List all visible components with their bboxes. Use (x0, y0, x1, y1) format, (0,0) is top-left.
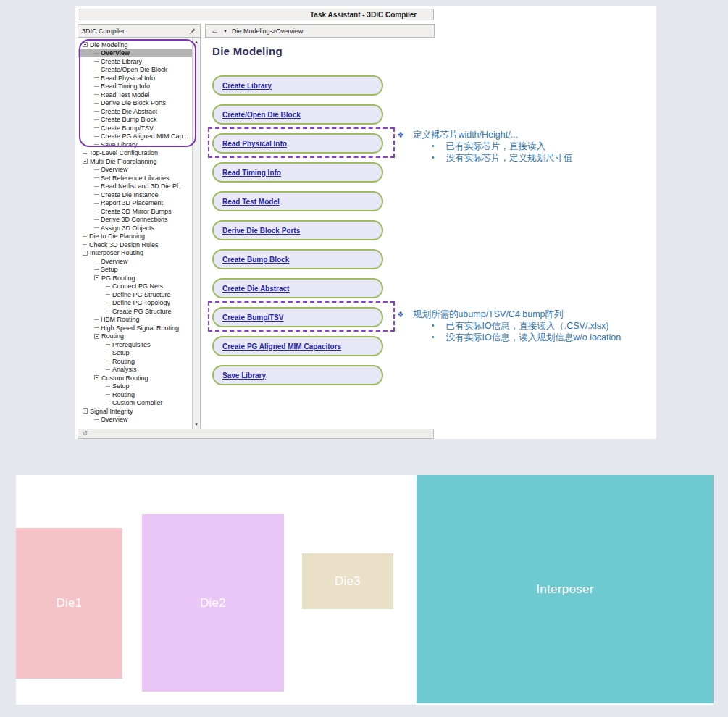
tree-item-define-pg-structure[interactable]: Define PG Structure (78, 290, 192, 299)
tree-item-create-bump-block[interactable]: Create Bump Block (78, 116, 192, 125)
tree-item-create-pg-structure[interactable]: Create PG Structure (78, 307, 192, 316)
tree-item-routing[interactable]: Routing (78, 390, 192, 399)
tree-item-label: Overview (101, 166, 128, 173)
tree-item-label: Check 3D Design Rules (89, 241, 159, 248)
task-button-create-library[interactable]: Create Library (212, 75, 383, 96)
tree-item-overview[interactable]: Overview (78, 257, 192, 266)
tree-item-define-pg-topology[interactable]: Define PG Topology (78, 299, 192, 308)
tree-item-analysis[interactable]: Analysis (78, 366, 192, 374)
tree-item-create-pg-aligned-mim-cap[interactable]: Create PG Aligned MIM Cap... (78, 133, 192, 141)
tree-item-multi-die-floorplanning[interactable]: Multi-Die Floorplanning (78, 157, 192, 166)
expand-collapse-icon[interactable] (83, 42, 88, 47)
tree-item-pg-routing[interactable]: PG Routing (78, 274, 192, 282)
tree-connector (94, 203, 99, 204)
tree-item-overview[interactable]: Overview (78, 49, 192, 58)
tree-item-high-speed-signal-routing[interactable]: High Speed Signal Routing (78, 324, 192, 332)
tree-item-label: Create Bump Block (101, 116, 157, 123)
tree-item-custom-compiler[interactable]: Custom Compiler (78, 399, 192, 408)
tree-item-read-timing-info[interactable]: Read Timing Info (78, 83, 192, 91)
tree-connector (83, 236, 87, 237)
tree-item-label: Custom Compiler (112, 399, 163, 406)
tree-item-create-3d-mirror-bumps[interactable]: Create 3D Mirror Bumps (78, 207, 192, 216)
scroll-down-icon[interactable]: ▼ (193, 422, 200, 427)
tree-item-assign-3d-objects[interactable]: Assign 3D Objects (78, 224, 192, 232)
tree-item-create-bump-tsv[interactable]: Create Bump/TSV (78, 124, 192, 133)
tree-item-create-open-die-block[interactable]: Create/Open Die Block (78, 66, 192, 75)
tree-item-create-die-abstract[interactable]: Create Die Abstract (78, 107, 192, 116)
tree-item-signal-integrity[interactable]: Signal Integrity (78, 407, 192, 416)
tree-item-routing[interactable]: Routing (78, 332, 192, 341)
task-button-create-bump-block[interactable]: Create Bump Block (212, 249, 383, 269)
tree-item-read-test-model[interactable]: Read Test Model (78, 91, 192, 99)
breadcrumb: ← ▼ Die Modeling->Overview (205, 24, 435, 38)
expand-collapse-icon[interactable] (94, 334, 99, 339)
tree-item-label: Analysis (112, 366, 137, 373)
tree-item-setup[interactable]: Setup (78, 349, 192, 358)
tree-item-hbm-routing[interactable]: HBM Routing (78, 316, 192, 324)
task-button-create-bump-tsv[interactable]: Create Bump/TSV (212, 307, 383, 327)
tree-connector (94, 261, 99, 261)
task-button-create-open-die-block[interactable]: Create/Open Die Block (212, 104, 383, 125)
task-button-column: Create LibraryCreate/Open Die BlockRead … (212, 75, 383, 394)
tree-item-label: Read Physical Info (101, 75, 155, 82)
tree-connector (94, 86, 99, 87)
tree-item-interposer-routing[interactable]: Interposer Routing (78, 249, 192, 258)
tree-item-setup[interactable]: Setup (78, 266, 192, 274)
tree-item-read-netlist-and-3d-die-pl[interactable]: Read Netlist and 3D Die Pl... (78, 183, 192, 191)
tree-item-overview[interactable]: Overview (78, 416, 192, 424)
tree-item-top-level-configuration[interactable]: Top-Level Configuration (78, 149, 192, 158)
tree-connector (94, 219, 99, 220)
tree-item-report-3d-placement[interactable]: Report 3D Placement (78, 199, 192, 208)
expand-collapse-icon[interactable] (94, 375, 99, 380)
expand-collapse-icon[interactable] (83, 159, 88, 164)
tree-item-label: PG Routing (101, 274, 135, 282)
tree-item-derive-3d-connections[interactable]: Derive 3D Connections (78, 216, 192, 225)
tree-item-routing[interactable]: Routing (78, 357, 192, 366)
task-button-derive-die-block-ports[interactable]: Derive Die Block Ports (212, 220, 383, 240)
tree-item-label: Setup (101, 266, 118, 273)
task-button-create-die-abstract[interactable]: Create Die Abstract (212, 278, 383, 298)
chevron-down-icon[interactable]: ▼ (223, 29, 227, 33)
tree-item-prerequisites[interactable]: Prerequisites (78, 340, 192, 349)
bullet-icon: • (432, 320, 435, 332)
task-button-read-timing-info[interactable]: Read Timing Info (212, 162, 383, 183)
tree-scrollbar[interactable]: ▲ ▼ (192, 38, 200, 429)
tree-item-die-modeling[interactable]: Die Modeling (78, 41, 192, 49)
tree-connector (94, 177, 99, 178)
tree-item-label: Routing (112, 358, 135, 365)
refresh-icon[interactable]: ↺ (83, 431, 88, 437)
expand-collapse-icon[interactable] (83, 408, 88, 414)
tree-connector (94, 269, 99, 270)
task-button-read-test-model[interactable]: Read Test Model (212, 191, 383, 211)
tree-item-check-3d-design-rules[interactable]: Check 3D Design Rules (78, 240, 192, 249)
tree-item-save-library[interactable]: Save Library (78, 141, 192, 149)
floorplan-diagram: Die1 Die2 Die3 Interposer (16, 475, 714, 705)
tree-item-read-physical-info[interactable]: Read Physical Info (78, 74, 192, 83)
expand-collapse-icon[interactable] (94, 275, 99, 280)
page-title: Die Modeling (212, 45, 283, 57)
pin-icon[interactable] (189, 28, 196, 35)
die2-label: Die2 (200, 596, 226, 611)
tree-item-derive-die-block-ports[interactable]: Derive Die Block Ports (78, 99, 192, 108)
task-button-read-physical-info[interactable]: Read Physical Info (212, 133, 383, 154)
task-button-save-library[interactable]: Save Library (212, 365, 383, 385)
tree-item-overview[interactable]: Overview (78, 166, 192, 175)
back-arrow-icon[interactable]: ← (211, 27, 219, 35)
task-button-label: Derive Die Block Ports (222, 227, 300, 235)
task-button-create-pg-aligned-mim-capacitors[interactable]: Create PG Aligned MIM Capacitors (212, 336, 383, 356)
tree-item-create-die-instance[interactable]: Create Die Instance (78, 190, 192, 199)
tree-item-setup[interactable]: Setup (78, 382, 192, 391)
expand-collapse-icon[interactable] (83, 251, 88, 256)
tree-connector (94, 61, 99, 62)
tree-connector (94, 77, 99, 78)
tree-item-label: Connect PG Nets (112, 282, 163, 290)
tree-item-create-library[interactable]: Create Library (78, 57, 192, 66)
tree-item-die-to-die-planning[interactable]: Die to Die Planning (78, 232, 192, 241)
tree-connector (94, 103, 99, 104)
tree-connector (106, 344, 110, 345)
tree-item-connect-pg-nets[interactable]: Connect PG Nets (78, 282, 192, 291)
note-title: 规划所需的ubump/TSV/C4 bump阵列 (413, 309, 564, 320)
tree-item-set-reference-libraries[interactable]: Set Reference Libraries (78, 174, 192, 183)
scroll-up-icon[interactable]: ▲ (193, 39, 200, 45)
tree-item-custom-routing[interactable]: Custom Routing (78, 374, 192, 382)
